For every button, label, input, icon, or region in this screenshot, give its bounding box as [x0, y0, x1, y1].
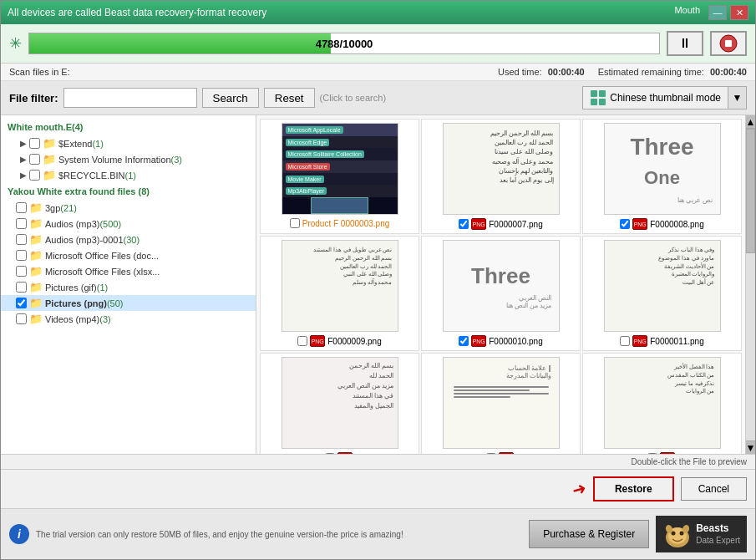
- scroll-down-button[interactable]: ▼: [746, 440, 755, 454]
- main-area: White mouth.E(4) ▶ 📁 $Extend (1) ▶ 📁 Sys…: [1, 115, 755, 454]
- thumbnail-item-F0000007[interactable]: بسم الله الرحمن الرحيمالحمد لله رب العال…: [421, 119, 581, 234]
- thumbnail-image-F0000003[interactable]: Microsoft AppLocale Microsoft Edge Micro…: [282, 123, 398, 215]
- thumb-checkbox-F0000007[interactable]: [459, 219, 469, 229]
- thumb-checkbox-row3-1[interactable]: [325, 453, 335, 454]
- thumbnail-item-row3-3[interactable]: هذا الفصل الأخيرمن الكتاب المقدسنذكر فيه…: [582, 353, 742, 454]
- thumb-checkbox-F0000003[interactable]: [290, 218, 300, 228]
- progress-bar-container: 4788/10000: [28, 33, 660, 54]
- thumb-filename-F0000008: F0000008.png: [650, 220, 704, 229]
- checkbox-extend[interactable]: [29, 138, 40, 149]
- thumbnail-dropdown-button[interactable]: ▼: [728, 86, 747, 109]
- thumbnail-item-F0000009[interactable]: نص عربي طويل في هذا المستندبسم الله الرح…: [260, 236, 419, 351]
- bottom-bar: i The trial version can only restore 50M…: [1, 508, 755, 559]
- file-badge-F0000011: PNG: [632, 335, 647, 347]
- search-button[interactable]: Search: [202, 88, 259, 108]
- reset-button[interactable]: Reset: [264, 88, 315, 108]
- thumbnail-image-row3-3[interactable]: هذا الفصل الأخيرمن الكتاب المقدسنذكر فيه…: [604, 357, 721, 449]
- item-label-ms-docx: Microsoft Office Files (doc...: [45, 251, 159, 261]
- thumbnail-image-F0000009[interactable]: نص عربي طويل في هذا المستندبسم الله الرح…: [282, 240, 398, 332]
- thumbnail-mode-label: Chinese thumbnail mode: [610, 92, 721, 104]
- thumbnail-image-row3-1[interactable]: بسم الله الرحمنالحمد للهمزيد من النص الع…: [282, 357, 398, 449]
- bottom-right: Purchase & Register Beasts Data Expert: [529, 516, 747, 552]
- thumb-checkbox-F0000009[interactable]: [297, 336, 307, 346]
- progress-bar-fill: [29, 33, 331, 53]
- main-window: All devices are called Beast data recove…: [0, 0, 756, 560]
- thumbnail-mode-button[interactable]: Chinese thumbnail mode: [582, 86, 728, 109]
- checkbox-ms-docx[interactable]: [16, 250, 27, 261]
- checkbox-recyclebin[interactable]: [29, 170, 40, 181]
- thumbnail-image-F0000008[interactable]: Three One نص عربي هنا: [604, 123, 721, 215]
- filter-input[interactable]: [63, 88, 197, 108]
- checkbox-sysvolinfo[interactable]: [29, 154, 40, 165]
- checkbox-ms-xlsx[interactable]: [16, 266, 27, 277]
- thumbnail-image-F0000011[interactable]: وفي هذا الباب نذكرما ورد في هذا الموضوعم…: [604, 240, 721, 332]
- checkbox-pictures-gif[interactable]: [16, 282, 27, 293]
- scroll-up-button[interactable]: ▲: [746, 115, 755, 129]
- tree-item-recyclebin[interactable]: ▶ 📁 $RECYCLE.BIN (1): [1, 167, 256, 183]
- expand-icon-recyclebin[interactable]: ▶: [18, 170, 29, 181]
- thumbnail-item-F0000011[interactable]: وفي هذا الباب نذكرما ورد في هذا الموضوعم…: [582, 236, 742, 351]
- item-label-ms-xlsx: Microsoft Office Files (xlsx...: [45, 267, 160, 277]
- item-label-recyclebin: $RECYCLE.BIN: [58, 171, 124, 181]
- scroll-track: [746, 129, 755, 440]
- thumb-checkbox-F0000008[interactable]: [620, 219, 630, 229]
- estimated-time-label: Estimated remaining time: 00:00:40: [598, 67, 747, 77]
- scan-time-info: Used time: 00:00:40 Estimated remaining …: [498, 67, 747, 77]
- thumb-checkbox-row3-2[interactable]: [486, 453, 496, 454]
- thumbnail-item-F0000008[interactable]: Three One نص عربي هنا PNG F0000008.png: [582, 119, 742, 234]
- thumbnail-item-F0000010[interactable]: Three النص العربيمزيد من النص هنا PNG F0…: [421, 236, 581, 351]
- tree-item-ms-xlsx[interactable]: 📁 Microsoft Office Files (xlsx...: [1, 263, 256, 279]
- checkbox-3gp[interactable]: [16, 202, 27, 213]
- item-count-extend: (1): [92, 139, 103, 149]
- thumbnail-image-F0000007[interactable]: بسم الله الرحمن الرحيمالحمد لله رب العال…: [443, 123, 560, 215]
- thumbnail-item-row3-1[interactable]: بسم الله الرحمنالحمد للهمزيد من النص الع…: [260, 353, 419, 454]
- item-label-3gp: 3gp: [45, 203, 60, 213]
- expand-icon-sysvolinfo[interactable]: ▶: [18, 154, 29, 165]
- tree-item-ms-docx[interactable]: 📁 Microsoft Office Files (doc...: [1, 247, 256, 263]
- tree-item-pictures-png[interactable]: 📁 Pictures (png) (50): [1, 295, 256, 311]
- checkbox-audios-mp3[interactable]: [16, 218, 27, 229]
- thumb-label-row-row3-3: PNG: [647, 452, 677, 454]
- mouth-label: Mouth: [674, 5, 700, 20]
- cancel-button[interactable]: Cancel: [681, 477, 747, 501]
- thumb-label-row-row3-2: PNG: [486, 452, 516, 454]
- thumbnail-grid: Microsoft AppLocale Microsoft Edge Micro…: [260, 119, 742, 454]
- purchase-button[interactable]: Purchase & Register: [529, 520, 649, 548]
- tree-item-audios-mp3-0001[interactable]: 📁 Audios (mp3)-0001 (30): [1, 232, 256, 247]
- thumb-checkbox-F0000011[interactable]: [620, 336, 630, 346]
- expand-icon[interactable]: ▶: [18, 138, 29, 150]
- thumbnail-image-F0000010[interactable]: Three النص العربيمزيد من النص هنا: [443, 240, 560, 332]
- thumb-filename-F0000010: F0000010.png: [489, 337, 543, 346]
- tree-item-extend[interactable]: ▶ 📁 $Extend (1): [1, 135, 256, 151]
- item-label-pictures-png: Pictures (png): [45, 298, 107, 308]
- checkbox-pictures-png[interactable]: [16, 298, 27, 308]
- tree-item-videos-mp4[interactable]: 📁 Videos (mp4) (3): [1, 311, 256, 327]
- progress-area: ✳ 4788/10000 ⏸: [1, 24, 755, 64]
- checkbox-audios-mp3-0001[interactable]: [16, 234, 27, 245]
- thumbnail-item-row3-2[interactable]: ‖ علامة الحسابوالبيانات المدرجة: [421, 353, 581, 454]
- thumb-label-row-F0000008: PNG F0000008.png: [620, 218, 704, 230]
- svg-rect-5: [599, 99, 606, 105]
- thumbnail-image-row3-2[interactable]: ‖ علامة الحسابوالبيانات المدرجة: [443, 357, 560, 449]
- scan-path-label: Scan files in E:: [9, 67, 70, 77]
- tree-item-sysvolinfo[interactable]: ▶ 📁 System Volume Information (3): [1, 151, 256, 167]
- minimize-button[interactable]: —: [708, 5, 727, 20]
- restore-button[interactable]: Restore: [593, 476, 674, 501]
- thumbnail-item-F0000003[interactable]: Microsoft AppLocale Microsoft Edge Micro…: [260, 119, 419, 234]
- pause-button[interactable]: ⏸: [667, 31, 703, 56]
- thumb-checkbox-row3-3[interactable]: [647, 453, 657, 454]
- scroll-thumb[interactable]: [746, 129, 755, 253]
- item-label-pictures-gif: Pictures (gif): [45, 283, 97, 293]
- checkbox-videos-mp4[interactable]: [16, 313, 27, 324]
- pause-icon: ⏸: [678, 36, 692, 51]
- scrollbar[interactable]: ▲ ▼: [745, 115, 755, 454]
- tree-item-audios-mp3[interactable]: 📁 Audios (mp3) (500): [1, 216, 256, 232]
- beast-brand-text: Beasts Data Expert: [696, 522, 740, 547]
- thumb-checkbox-F0000010[interactable]: [459, 336, 469, 346]
- stop-button[interactable]: [710, 31, 747, 56]
- tree-item-3gp[interactable]: 📁 3gp (21): [1, 200, 256, 216]
- tree-item-pictures-gif[interactable]: 📁 Pictures (gif) (1): [1, 279, 256, 295]
- item-count-pictures-png: (50): [107, 298, 124, 308]
- close-button[interactable]: ✕: [730, 5, 748, 20]
- thumb-label-row-row3-1: PNG: [325, 452, 355, 454]
